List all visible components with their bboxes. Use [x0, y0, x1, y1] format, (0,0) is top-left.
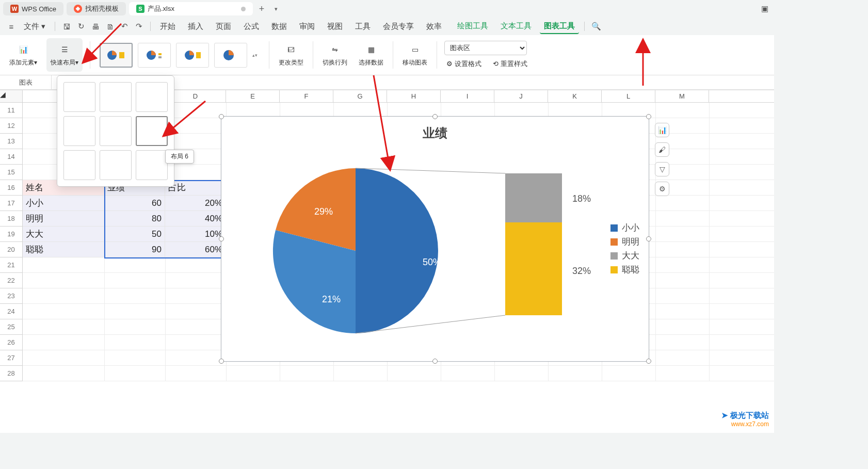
- chart-style-1[interactable]: [100, 43, 133, 68]
- close-tab-icon[interactable]: [241, 7, 246, 11]
- quick-layout-button[interactable]: ☰ 快速布局▾: [46, 38, 83, 72]
- row-header[interactable]: 27: [0, 350, 23, 366]
- chart-filter-icon[interactable]: ▽: [655, 162, 669, 176]
- refresh-icon[interactable]: ↻: [75, 20, 87, 33]
- add-element-button[interactable]: 📊 添加元素▾: [7, 38, 39, 72]
- tab-wps-office[interactable]: W WPS Office: [3, 2, 63, 15]
- cell-C19[interactable]: 50: [104, 227, 165, 242]
- row-header[interactable]: 24: [0, 304, 23, 319]
- chart-plot[interactable]: 50% 29% 21% 18% 32%: [242, 158, 624, 344]
- cell-D18[interactable]: 40%: [165, 211, 226, 227]
- switch-row-col-button[interactable]: ⇋ 切换行列: [320, 38, 349, 72]
- row-header[interactable]: 19: [0, 227, 23, 242]
- col-header-I[interactable]: I: [441, 90, 494, 102]
- change-type-button[interactable]: 🗠 更改类型: [277, 38, 306, 72]
- row-header[interactable]: 23: [0, 288, 23, 304]
- print-preview-icon[interactable]: 🗎: [104, 20, 116, 33]
- move-chart-button[interactable]: ▭ 移动图表: [400, 38, 429, 72]
- row-header[interactable]: 26: [0, 335, 23, 350]
- chart-style-4[interactable]: [214, 43, 247, 68]
- row-header[interactable]: 11: [0, 103, 23, 118]
- set-format-button[interactable]: ⚙ 设置格式: [444, 58, 484, 70]
- layout-option-7[interactable]: [63, 150, 95, 180]
- row-header[interactable]: 20: [0, 242, 23, 257]
- row-header[interactable]: 18: [0, 211, 23, 227]
- new-tab-button[interactable]: +: [256, 3, 267, 14]
- row-header[interactable]: 28: [0, 366, 23, 381]
- chart-elements-icon[interactable]: 📊: [655, 123, 669, 137]
- save-icon[interactable]: 🖫: [60, 20, 73, 33]
- menu-审阅[interactable]: 审阅: [295, 20, 319, 34]
- print-icon[interactable]: 🖶: [89, 20, 102, 33]
- name-box[interactable]: 图表: [0, 75, 52, 89]
- menu-效率[interactable]: 效率: [422, 20, 446, 34]
- cell-B20[interactable]: 聪聪: [23, 242, 104, 257]
- menu-绘图工具[interactable]: 绘图工具: [453, 19, 492, 34]
- chart-style-3[interactable]: [176, 43, 209, 68]
- chart-settings-icon[interactable]: ⚙: [655, 182, 669, 196]
- chart-title[interactable]: 业绩: [221, 117, 649, 143]
- cell-B18[interactable]: 明明: [23, 211, 104, 227]
- gallery-scroll-icon[interactable]: ▴▾: [252, 53, 260, 58]
- menu-工具[interactable]: 工具: [351, 20, 375, 34]
- menu-公式[interactable]: 公式: [239, 20, 263, 34]
- hamburger-icon[interactable]: ≡: [5, 20, 18, 33]
- row-header[interactable]: 25: [0, 319, 23, 335]
- row-header[interactable]: 14: [0, 149, 23, 165]
- cell-B19[interactable]: 大大: [23, 227, 104, 242]
- menu-数据[interactable]: 数据: [267, 20, 291, 34]
- chart-styles-icon[interactable]: 🖌: [655, 142, 669, 157]
- tab-templates[interactable]: ❖ 找稻壳模板: [67, 2, 126, 15]
- tab-document[interactable]: S 产品.xlsx: [129, 2, 253, 15]
- col-header-G[interactable]: G: [333, 90, 387, 102]
- redo-icon[interactable]: ↷: [133, 20, 145, 33]
- tab-dropdown-icon[interactable]: ▾: [270, 3, 282, 14]
- layout-option-3[interactable]: [136, 82, 168, 112]
- cell-C18[interactable]: 80: [104, 211, 165, 227]
- chart-legend[interactable]: 小小 明明 大大 聪聪: [610, 220, 639, 278]
- menu-视图[interactable]: 视图: [323, 20, 347, 34]
- cell-C17[interactable]: 60: [104, 196, 165, 211]
- layout-option-5[interactable]: [100, 116, 132, 146]
- menu-图表工具[interactable]: 图表工具: [540, 19, 579, 34]
- select-all-corner[interactable]: ◢: [0, 90, 23, 102]
- cell-D17[interactable]: 20%: [165, 196, 226, 211]
- col-header-H[interactable]: H: [387, 90, 441, 102]
- chart-style-gallery[interactable]: ▴▾: [98, 38, 262, 72]
- col-header-J[interactable]: J: [494, 90, 548, 102]
- layout-option-2[interactable]: [100, 82, 132, 112]
- chart-region-select[interactable]: 图表区: [444, 41, 527, 55]
- layout-option-9[interactable]: [136, 150, 168, 180]
- cell-B17[interactable]: 小小: [23, 196, 104, 211]
- row-header[interactable]: 15: [0, 165, 23, 180]
- row-header[interactable]: 13: [0, 134, 23, 149]
- menu-文本工具[interactable]: 文本工具: [496, 19, 536, 34]
- menu-插入[interactable]: 插入: [184, 20, 207, 34]
- undo-icon[interactable]: ↶: [118, 20, 131, 33]
- chart-style-2[interactable]: [138, 43, 171, 68]
- row-header[interactable]: 21: [0, 257, 23, 273]
- row-header[interactable]: 16: [0, 180, 23, 196]
- search-icon[interactable]: 🔍: [590, 20, 602, 33]
- row-header[interactable]: 17: [0, 196, 23, 211]
- layout-option-8[interactable]: [100, 150, 132, 180]
- layout-option-1[interactable]: [63, 82, 95, 112]
- cell-C20[interactable]: 90: [104, 242, 165, 257]
- row-header[interactable]: 12: [0, 118, 23, 134]
- layout-option-4[interactable]: [63, 116, 95, 146]
- menu-会员专享[interactable]: 会员专享: [379, 20, 418, 34]
- col-header-L[interactable]: L: [602, 90, 655, 102]
- select-data-button[interactable]: ▦ 选择数据: [357, 38, 385, 72]
- chart-object[interactable]: 业绩 50% 29% 21% 18% 32%: [221, 116, 649, 362]
- layout-option-6[interactable]: [136, 116, 168, 146]
- row-header[interactable]: 22: [0, 273, 23, 288]
- cell-D20[interactable]: 60%: [165, 242, 226, 257]
- panel-toggle-icon[interactable]: ▣: [759, 3, 771, 15]
- col-header-K[interactable]: K: [548, 90, 602, 102]
- file-menu[interactable]: 文件 ▾: [20, 20, 50, 34]
- menu-开始[interactable]: 开始: [156, 20, 180, 34]
- col-header-E[interactable]: E: [226, 90, 280, 102]
- reset-style-button[interactable]: ⟲ 重置样式: [491, 58, 529, 70]
- quick-layout-dropdown[interactable]: [57, 75, 174, 187]
- col-header-M[interactable]: M: [655, 90, 709, 102]
